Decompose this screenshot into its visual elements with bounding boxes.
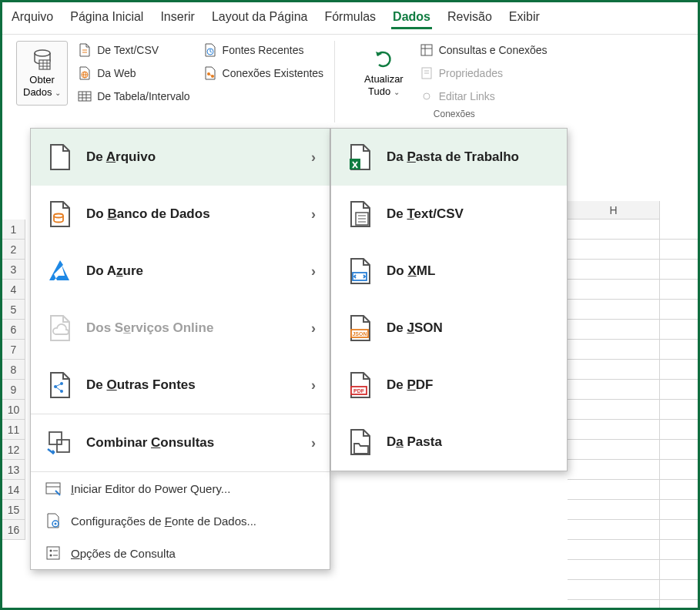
cell[interactable]: [568, 240, 660, 260]
cell[interactable]: [568, 380, 660, 400]
from-web-button[interactable]: Da Web: [74, 64, 193, 82]
chevron-right-icon: ›: [311, 263, 316, 280]
row-header[interactable]: 4: [2, 280, 25, 300]
row-header[interactable]: 10: [2, 400, 25, 420]
cell[interactable]: [568, 260, 660, 280]
submenu-from-text-csv[interactable]: De Text/CSV: [331, 186, 567, 243]
row-header[interactable]: 6: [2, 320, 25, 340]
row-header[interactable]: 13: [2, 460, 25, 480]
cell[interactable]: [568, 580, 660, 600]
column-header-h[interactable]: H: [568, 201, 660, 220]
submenu-from-json[interactable]: JSON De JSON: [331, 300, 567, 357]
recent-sources-button[interactable]: Fontes Recentes: [199, 41, 327, 59]
cell[interactable]: [568, 520, 660, 540]
refresh-all-button[interactable]: AtualizarTudo ⌄: [358, 41, 410, 106]
row-header[interactable]: 15: [2, 500, 25, 520]
row-header[interactable]: 2: [2, 240, 25, 260]
cell[interactable]: [568, 400, 660, 420]
cell[interactable]: [660, 380, 700, 400]
cell[interactable]: [660, 460, 700, 480]
tab-pagina-inicial[interactable]: Página Inicial: [69, 7, 145, 29]
row-header[interactable]: 1: [2, 220, 25, 240]
menu-data-source-settings[interactable]: Configurações de Fonte de Dados...: [31, 504, 330, 537]
menu-from-other-sources[interactable]: De Outras Fontes ›: [31, 357, 330, 414]
cell[interactable]: [660, 220, 700, 240]
cell[interactable]: [568, 360, 660, 380]
cell[interactable]: [660, 280, 700, 300]
cell[interactable]: [568, 320, 660, 340]
svg-point-0: [35, 50, 50, 56]
cell[interactable]: [660, 360, 700, 380]
cell[interactable]: [568, 540, 660, 560]
pdf-icon: PDF: [345, 370, 376, 401]
menu-launch-power-query[interactable]: Iniciar Editor do Power Query...: [31, 472, 330, 504]
cell[interactable]: [660, 520, 700, 540]
submenu-from-workbook[interactable]: Da Pasta de Trabalho: [331, 129, 567, 186]
cell[interactable]: [660, 480, 700, 500]
existing-connections-button[interactable]: Conexões Existentes: [199, 64, 327, 82]
cell[interactable]: [568, 460, 660, 480]
cell[interactable]: [568, 600, 660, 610]
cell[interactable]: [660, 420, 700, 440]
cell[interactable]: [660, 600, 700, 610]
row-header[interactable]: 9: [2, 380, 25, 400]
tab-inserir[interactable]: Inserir: [159, 7, 196, 29]
submenu-from-xml[interactable]: Do XML: [331, 243, 567, 300]
cell[interactable]: [660, 560, 700, 580]
tab-exibir[interactable]: Exibir: [507, 7, 541, 29]
cell[interactable]: [568, 220, 660, 240]
ribbon-group-connections: AtualizarTudo ⌄ Consultas e Conexões Pro…: [350, 41, 558, 122]
row-header[interactable]: 12: [2, 440, 25, 460]
cell[interactable]: [568, 280, 660, 300]
svg-point-39: [50, 550, 52, 552]
cell[interactable]: [660, 580, 700, 600]
menu-query-options[interactable]: Opções de Consulta: [31, 537, 330, 569]
menu-from-file[interactable]: De Arquivo ›: [31, 129, 330, 186]
cell[interactable]: [660, 540, 700, 560]
cell[interactable]: [660, 400, 700, 420]
edit-links-icon: [419, 89, 434, 104]
cell[interactable]: [660, 440, 700, 460]
tab-arquivo[interactable]: Arquivo: [10, 7, 55, 29]
menu-from-database[interactable]: Do Banco de Dados ›: [31, 186, 330, 243]
cell[interactable]: [568, 440, 660, 460]
tab-dados[interactable]: Dados: [391, 7, 432, 29]
submenu-from-folder[interactable]: Da Pasta: [331, 414, 567, 471]
ribbon: ObterDados ⌄ De Text/CSV Da Web De Tabel…: [2, 35, 698, 122]
chevron-right-icon: ›: [311, 320, 316, 337]
ribbon-group-get-transform: ObterDados ⌄ De Text/CSV Da Web De Tabel…: [8, 41, 335, 122]
cell[interactable]: [660, 500, 700, 520]
text-file-icon: [77, 42, 92, 58]
submenu-from-pdf[interactable]: PDF De PDF: [331, 357, 567, 414]
tab-revisao[interactable]: Revisão: [446, 7, 494, 29]
cell[interactable]: [660, 260, 700, 280]
queries-icon: [419, 42, 434, 58]
row-header[interactable]: 5: [2, 300, 25, 320]
row-header[interactable]: 8: [2, 360, 25, 380]
row-header[interactable]: 7: [2, 340, 25, 360]
other-sources-icon: [45, 370, 75, 401]
cell[interactable]: [568, 340, 660, 360]
row-header[interactable]: 14: [2, 480, 25, 500]
from-text-csv-button[interactable]: De Text/CSV: [74, 41, 193, 59]
menu-from-azure[interactable]: Do Azure ›: [31, 243, 330, 300]
cell[interactable]: [568, 420, 660, 440]
tab-formulas[interactable]: Fórmulas: [323, 7, 377, 29]
row-header[interactable]: 16: [2, 520, 25, 540]
cell[interactable]: [660, 340, 700, 360]
cell[interactable]: [660, 320, 700, 340]
row-header[interactable]: 11: [2, 420, 25, 440]
cell[interactable]: [568, 500, 660, 520]
cell[interactable]: [568, 480, 660, 500]
from-table-range-button[interactable]: De Tabela/Intervalo: [74, 87, 193, 106]
database-file-icon: [45, 199, 75, 230]
queries-connections-button[interactable]: Consultas e Conexões: [416, 41, 551, 59]
get-data-button[interactable]: ObterDados ⌄: [16, 41, 68, 106]
tab-layout[interactable]: Layout da Página: [210, 7, 310, 29]
row-header[interactable]: 3: [2, 260, 25, 280]
cell[interactable]: [568, 560, 660, 580]
cell[interactable]: [568, 300, 660, 320]
cell[interactable]: [660, 240, 700, 260]
cell[interactable]: [660, 300, 700, 320]
menu-combine-queries[interactable]: Combinar Consultas ›: [31, 414, 330, 471]
